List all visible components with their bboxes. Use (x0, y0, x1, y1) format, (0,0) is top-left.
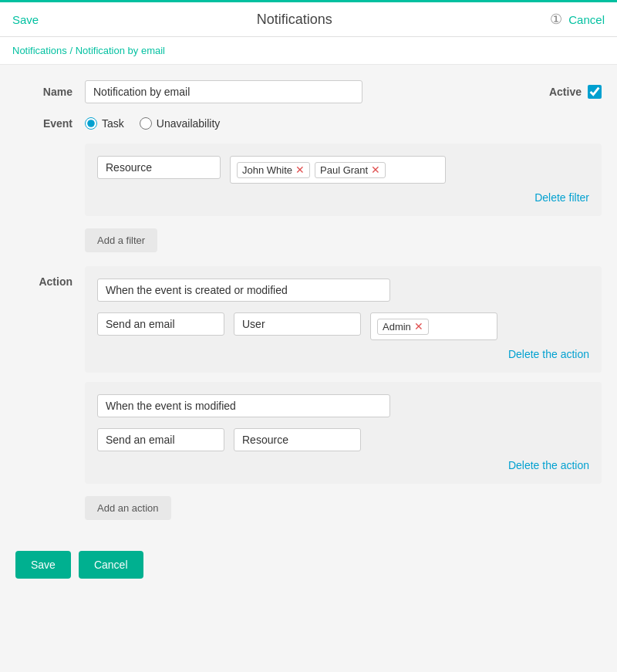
action-type-1: Send an email (97, 312, 224, 336)
action-trigger-row-2: When the event is modified (97, 394, 589, 417)
delete-action-button-2[interactable]: Delete the action (508, 459, 589, 471)
action-trigger-row-1: When the event is created or modified (97, 279, 589, 302)
tag-john-white-close[interactable]: ✕ (295, 164, 305, 175)
bottom-save-button[interactable]: Save (15, 551, 71, 579)
name-input[interactable] (85, 80, 362, 103)
action-recipient-type-2: Resource (234, 428, 361, 451)
delete-filter-row: Delete filter (97, 191, 589, 204)
top-bar-right: ① Cancel (550, 11, 605, 28)
breadcrumb-current: Notification by email (76, 45, 165, 56)
name-row: Name Active (15, 80, 602, 103)
tag-paul-grant: Paul Grant ✕ (315, 162, 386, 178)
tag-admin-label: Admin (383, 321, 411, 333)
name-label: Name (15, 86, 85, 98)
breadcrumb: Notifications / Notification by email (0, 37, 617, 65)
action-block-2: When the event is modified Send an email… (85, 382, 602, 484)
event-label: Event (15, 117, 85, 130)
action-trigger-label-1: When the event is created or modified (106, 284, 288, 296)
action-recipient-type-label-2: Resource (242, 434, 288, 446)
add-action-button[interactable]: Add an action (85, 496, 171, 520)
tag-admin: Admin ✕ (377, 319, 429, 335)
action-fields-row-2: Send an email Resource (97, 428, 589, 451)
active-label: Active (549, 86, 582, 98)
action-type-label-1: Send an email (106, 318, 175, 330)
action-section: Action When the event is created or modi… (15, 266, 602, 520)
tag-john-white-label: John White (242, 164, 292, 176)
topbar-cancel-button[interactable]: Cancel (568, 13, 605, 26)
event-unavailability-label: Unavailability (157, 117, 220, 130)
filter-tag-container: John White ✕ Paul Grant ✕ (230, 156, 446, 184)
content-area: Name Active Event Task Unavailability Re… (0, 65, 617, 535)
action-recipient-type-1: User (234, 312, 361, 336)
event-unavailability-radio[interactable] (140, 117, 152, 130)
top-bar: Save Notifications ① Cancel (0, 0, 617, 37)
delete-filter-button[interactable]: Delete filter (534, 191, 589, 204)
tag-paul-grant-label: Paul Grant (320, 164, 368, 176)
action-trigger-input-1: When the event is created or modified (97, 279, 390, 302)
event-task-label: Task (102, 117, 124, 130)
action-label: Action (15, 266, 85, 288)
tag-paul-grant-close[interactable]: ✕ (371, 164, 380, 175)
delete-action-button-1[interactable]: Delete the action (508, 348, 589, 360)
action-trigger-label-2: When the event is modified (106, 400, 236, 412)
event-radios: Task Unavailability (85, 117, 220, 130)
filter-resource-field: Resource (97, 156, 221, 179)
topbar-save-button[interactable]: Save (12, 13, 39, 26)
active-section: Active (549, 85, 602, 99)
breadcrumb-parent[interactable]: Notifications (12, 45, 67, 56)
filter-row: Resource John White ✕ Paul Grant ✕ (97, 156, 589, 184)
delete-action-row-2: Delete the action (97, 459, 589, 471)
event-row: Event Task Unavailability (15, 117, 602, 130)
event-task-radio[interactable] (85, 117, 97, 130)
delete-action-row-1: Delete the action (97, 348, 589, 360)
add-filter-button[interactable]: Add a filter (85, 228, 157, 252)
active-checkbox[interactable] (588, 85, 602, 99)
page-title: Notifications (257, 12, 332, 28)
action-fields-row-1: Send an email User Admin ✕ (97, 312, 589, 340)
bottom-cancel-button[interactable]: Cancel (79, 551, 143, 579)
action-block-1: When the event is created or modified Se… (85, 266, 602, 373)
action-blocks: When the event is created or modified Se… (85, 266, 602, 520)
action-trigger-input-2: When the event is modified (97, 394, 390, 417)
breadcrumb-separator: / (67, 45, 76, 56)
bottom-buttons: Save Cancel (0, 535, 617, 594)
tag-john-white: John White ✕ (237, 162, 310, 178)
tag-admin-close[interactable]: ✕ (414, 321, 423, 332)
action-tag-container-1: Admin ✕ (370, 312, 497, 340)
action-type-label-2: Send an email (106, 434, 175, 446)
action-type-2: Send an email (97, 428, 224, 451)
filter-resource-label: Resource (106, 161, 152, 174)
action-recipient-type-label-1: User (242, 318, 265, 330)
help-button[interactable]: ① (550, 11, 562, 28)
help-icon: ① (550, 12, 562, 27)
event-unavailability-option[interactable]: Unavailability (140, 117, 220, 130)
filter-section: Resource John White ✕ Paul Grant ✕ Delet… (85, 144, 602, 216)
event-task-option[interactable]: Task (85, 117, 124, 130)
